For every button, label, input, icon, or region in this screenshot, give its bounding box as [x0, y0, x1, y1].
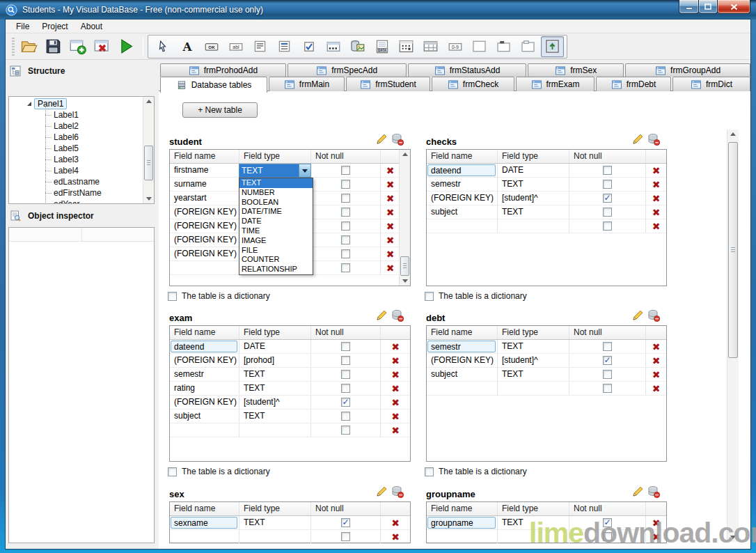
- close-button[interactable]: [718, 0, 750, 14]
- tab-frmcheck[interactable]: frmCheck: [432, 77, 514, 91]
- delete-row-icon[interactable]: ✖: [391, 384, 400, 394]
- run-button[interactable]: [115, 36, 138, 57]
- not-null-checkbox[interactable]: [341, 235, 350, 244]
- scroll-down-icon[interactable]: [143, 194, 154, 203]
- dictionary-checkbox[interactable]: [168, 292, 177, 301]
- tab-frmmain[interactable]: frmMain: [269, 77, 345, 91]
- scrollbar-thumb[interactable]: [400, 256, 409, 276]
- field-type-cell[interactable]: TEXT: [498, 368, 569, 381]
- dropdown-option-relationship[interactable]: RELATIONSHIP: [239, 265, 313, 274]
- not-null-checkbox[interactable]: [341, 263, 350, 272]
- not-null-checkbox[interactable]: [341, 370, 350, 379]
- titlebar[interactable]: Students - My Visual DataBase - Free (no…: [0, 0, 756, 20]
- tree-item-label2[interactable]: Label2: [45, 120, 142, 132]
- combobox-tool-button[interactable]: [273, 36, 296, 57]
- tab-frmprohodadd[interactable]: frmProhodAdd: [160, 63, 286, 77]
- not-null-checkbox[interactable]: [603, 180, 612, 189]
- field-type-cell[interactable]: [498, 382, 569, 395]
- not-null-checkbox[interactable]: [341, 356, 350, 365]
- scrollbar-thumb[interactable]: [144, 146, 153, 180]
- field-name-cell[interactable]: (FOREIGN KEY): [170, 233, 239, 247]
- dropdown-option-number[interactable]: NUMBER: [239, 188, 313, 198]
- tab-frmspecadd[interactable]: frmSpecAdd: [288, 63, 407, 77]
- delete-row-icon[interactable]: ✖: [386, 221, 395, 231]
- field-name-cell[interactable]: (FOREIGN KEY): [427, 192, 498, 205]
- label-tool-button[interactable]: A: [175, 36, 198, 57]
- delete-row-icon[interactable]: ✖: [652, 221, 661, 231]
- checkbox-tool-button[interactable]: [297, 36, 320, 57]
- not-null-checkbox[interactable]: [341, 426, 350, 435]
- not-null-checkbox[interactable]: [341, 412, 350, 421]
- open-project-button[interactable]: [17, 36, 40, 57]
- structure-scrollbar[interactable]: [143, 97, 154, 203]
- field-name-cell[interactable]: semestr: [170, 368, 239, 381]
- delete-row-icon[interactable]: ✖: [652, 384, 661, 394]
- cursor-tool-button[interactable]: [151, 36, 174, 57]
- field-type-cell[interactable]: TEXT: [498, 516, 569, 529]
- field-name-cell[interactable]: semestr: [427, 340, 498, 353]
- not-null-checkbox[interactable]: [341, 342, 350, 351]
- group-box-tool-button[interactable]: [517, 36, 540, 57]
- field-type-cell[interactable]: [498, 530, 569, 543]
- not-null-checkbox[interactable]: [341, 249, 350, 258]
- table-grid-tool-button[interactable]: [419, 36, 442, 57]
- field-name-cell[interactable]: [170, 530, 239, 543]
- textbox-tool-button[interactable]: abl: [224, 36, 247, 57]
- edit-table-pencil-icon[interactable]: [375, 309, 388, 322]
- combobox-dropdown-button[interactable]: [299, 164, 310, 177]
- delete-form-button[interactable]: [90, 36, 113, 57]
- field-type-cell[interactable]: [student]^: [498, 354, 569, 367]
- new-table-button[interactable]: + New table: [182, 102, 258, 118]
- delete-row-icon[interactable]: ✖: [386, 208, 395, 217]
- edit-table-pencil-icon[interactable]: [631, 485, 644, 498]
- not-null-checkbox[interactable]: [341, 221, 350, 231]
- tab-frmgroupadd[interactable]: frmGroupAdd: [625, 63, 750, 77]
- delete-row-icon[interactable]: ✖: [391, 356, 400, 366]
- memo-tool-button[interactable]: [249, 36, 271, 57]
- menu-file[interactable]: File: [10, 20, 36, 33]
- number-field-tool-button[interactable]: 0-9: [443, 36, 466, 57]
- field-type-cell[interactable]: [student]^: [239, 396, 311, 409]
- delete-table-icon[interactable]: [391, 309, 404, 322]
- not-null-checkbox[interactable]: [603, 342, 612, 351]
- field-name-cell[interactable]: [427, 530, 498, 543]
- field-name-cell[interactable]: dateend: [427, 164, 498, 177]
- scroll-down-icon[interactable]: [400, 276, 410, 286]
- tab-frmsex[interactable]: frmSex: [528, 63, 624, 77]
- field-type-cell[interactable]: [498, 219, 569, 233]
- db-image-tool-button[interactable]: [346, 36, 369, 57]
- dropdown-option-time[interactable]: TIME: [239, 226, 313, 236]
- data-grid-tool-button[interactable]: DATA: [370, 36, 393, 57]
- panel-tool-button[interactable]: [468, 36, 491, 57]
- delete-table-icon[interactable]: [647, 133, 660, 146]
- tree-item-label1[interactable]: Label1: [45, 109, 142, 120]
- tab-frmstudent[interactable]: frmStudent: [346, 77, 430, 91]
- field-type-cell[interactable]: TEXT: [498, 205, 569, 219]
- field-name-cell[interactable]: rating: [170, 382, 239, 395]
- field-name-cell[interactable]: dateend: [170, 340, 239, 353]
- not-null-checkbox[interactable]: [341, 166, 350, 175]
- delete-row-icon[interactable]: ✖: [652, 166, 661, 176]
- not-null-checkbox[interactable]: [341, 384, 350, 393]
- field-name-cell[interactable]: (FOREIGN KEY): [170, 205, 239, 219]
- tree-item-label6[interactable]: Label6: [45, 132, 142, 143]
- not-null-checkbox[interactable]: [603, 532, 612, 541]
- tab-frmstatusadd[interactable]: frmStatusAdd: [408, 63, 527, 77]
- not-null-checkbox[interactable]: [603, 221, 612, 231]
- delete-row-icon[interactable]: ✖: [391, 398, 400, 407]
- delete-row-icon[interactable]: ✖: [386, 249, 395, 259]
- field-name-cell[interactable]: [427, 219, 498, 233]
- not-null-checkbox[interactable]: [603, 384, 612, 393]
- field-type-cell[interactable]: TEXT: [239, 516, 311, 529]
- field-name-cell[interactable]: (FOREIGN KEY): [170, 354, 239, 367]
- dropdown-option-image[interactable]: IMAGE: [239, 236, 313, 246]
- field-name-cell[interactable]: subject: [427, 205, 498, 219]
- delete-row-icon[interactable]: ✖: [391, 532, 400, 542]
- dropdown-option-date-time[interactable]: DATE/TIME: [239, 207, 313, 217]
- field-type-cell[interactable]: [239, 423, 311, 437]
- delete-row-icon[interactable]: ✖: [391, 426, 400, 435]
- not-null-checkbox[interactable]: [341, 518, 350, 527]
- tree-item-panel1[interactable]: Panel1: [34, 98, 67, 109]
- scroll-up-icon[interactable]: [400, 150, 410, 159]
- grid-scrollbar[interactable]: [399, 150, 410, 286]
